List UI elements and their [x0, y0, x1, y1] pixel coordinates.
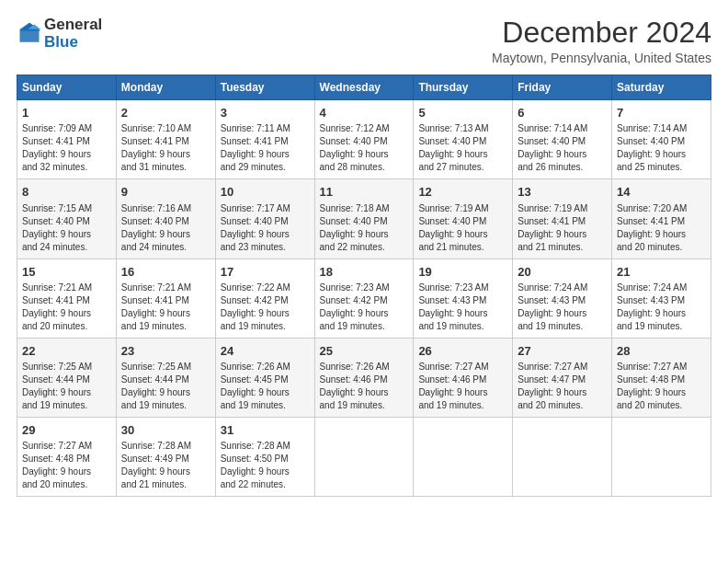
day-info: Sunset: 4:40 PM	[22, 216, 90, 226]
calendar-cell: 18Sunrise: 7:23 AM Sunset: 4:42 PM Dayli…	[314, 259, 414, 338]
day-info: Sunset: 4:44 PM	[22, 374, 90, 385]
day-info: Sunrise: 7:18 AM	[320, 203, 390, 213]
calendar-week-0: 1Sunrise: 7:09 AM Sunset: 4:41 PM Daylig…	[17, 100, 711, 179]
subtitle: Maytown, Pennsylvania, United States	[492, 51, 711, 65]
day-info: Sunrise: 7:19 AM	[518, 203, 587, 213]
day-info: and 19 minutes.	[320, 400, 385, 410]
day-number: 29	[22, 422, 111, 439]
day-info: Sunset: 4:43 PM	[518, 295, 586, 305]
day-info: Sunrise: 7:27 AM	[22, 441, 92, 451]
day-info: Sunrise: 7:17 AM	[221, 203, 290, 213]
day-info: and 22 minutes.	[320, 242, 385, 252]
calendar-cell	[314, 417, 414, 496]
day-number: 28	[617, 343, 706, 360]
day-number: 2	[121, 105, 210, 121]
day-info: Sunrise: 7:20 AM	[617, 203, 687, 213]
day-info: and 26 minutes.	[518, 162, 583, 172]
day-info: Sunset: 4:48 PM	[617, 374, 685, 385]
title-block: December 2024 Maytown, Pennsylvania, Uni…	[492, 17, 711, 65]
day-info: and 19 minutes.	[121, 400, 187, 410]
day-info: Daylight: 9 hours	[221, 466, 290, 477]
day-info: Sunset: 4:41 PM	[617, 216, 685, 226]
calendar-week-2: 15Sunrise: 7:21 AM Sunset: 4:41 PM Dayli…	[17, 259, 711, 338]
day-info: Sunrise: 7:24 AM	[617, 282, 687, 293]
day-info: Sunrise: 7:13 AM	[418, 123, 488, 133]
day-info: Sunrise: 7:10 AM	[121, 123, 191, 133]
page: General Blue December 2024 Maytown, Penn…	[0, 0, 728, 563]
day-info: Sunrise: 7:21 AM	[22, 282, 92, 293]
calendar-body: 1Sunrise: 7:09 AM Sunset: 4:41 PM Daylig…	[17, 100, 711, 497]
day-info: Sunrise: 7:21 AM	[121, 282, 191, 293]
calendar-cell: 6Sunrise: 7:14 AM Sunset: 4:40 PM Daylig…	[513, 100, 612, 179]
day-info: and 21 minutes.	[121, 479, 187, 489]
day-info: Sunset: 4:45 PM	[221, 374, 289, 385]
day-number: 10	[221, 184, 310, 201]
day-info: Daylight: 9 hours	[121, 229, 190, 239]
day-info: Sunrise: 7:09 AM	[22, 123, 92, 133]
day-info: and 32 minutes.	[22, 162, 87, 172]
logo-text: General Blue	[44, 17, 102, 51]
day-number: 7	[617, 105, 706, 121]
day-number: 8	[22, 184, 111, 201]
weekday-header-sunday: Sunday	[17, 75, 117, 100]
calendar-cell: 16Sunrise: 7:21 AM Sunset: 4:41 PM Dayli…	[116, 259, 215, 338]
day-number: 24	[221, 343, 310, 360]
day-info: Sunrise: 7:15 AM	[22, 203, 92, 213]
day-info: Daylight: 9 hours	[518, 149, 586, 159]
calendar-cell: 28Sunrise: 7:27 AM Sunset: 4:48 PM Dayli…	[612, 338, 711, 417]
calendar-cell: 12Sunrise: 7:19 AM Sunset: 4:40 PM Dayli…	[414, 179, 513, 259]
day-info: and 19 minutes.	[22, 400, 87, 410]
day-info: Sunset: 4:47 PM	[518, 374, 586, 385]
calendar-cell	[612, 417, 711, 496]
calendar-cell: 25Sunrise: 7:26 AM Sunset: 4:46 PM Dayli…	[314, 338, 414, 417]
day-info: Daylight: 9 hours	[320, 149, 389, 159]
day-number: 15	[22, 264, 111, 281]
calendar-cell: 24Sunrise: 7:26 AM Sunset: 4:45 PM Dayli…	[215, 338, 314, 417]
day-number: 19	[418, 264, 507, 281]
day-number: 21	[617, 264, 706, 281]
day-info: Daylight: 9 hours	[617, 387, 686, 397]
day-number: 18	[320, 264, 409, 281]
calendar-table: SundayMondayTuesdayWednesdayThursdayFrid…	[17, 75, 711, 497]
day-info: Daylight: 9 hours	[121, 308, 190, 318]
day-info: and 27 minutes.	[418, 162, 483, 172]
day-number: 5	[418, 105, 507, 121]
day-info: Daylight: 9 hours	[518, 308, 586, 318]
day-info: and 20 minutes.	[617, 400, 682, 410]
day-number: 14	[617, 184, 706, 201]
day-info: and 19 minutes.	[418, 321, 483, 331]
weekday-header-thursday: Thursday	[414, 75, 513, 100]
day-info: Sunrise: 7:23 AM	[320, 282, 390, 293]
logo-general-text: General	[44, 16, 102, 33]
day-info: Sunset: 4:40 PM	[320, 136, 388, 146]
day-info: Sunrise: 7:28 AM	[221, 441, 290, 451]
day-info: Sunset: 4:41 PM	[121, 295, 189, 305]
logo: General Blue	[17, 17, 102, 51]
calendar-cell: 14Sunrise: 7:20 AM Sunset: 4:41 PM Dayli…	[612, 179, 711, 259]
day-info: Daylight: 9 hours	[121, 466, 190, 477]
calendar-cell: 4Sunrise: 7:12 AM Sunset: 4:40 PM Daylig…	[314, 100, 414, 179]
day-info: and 19 minutes.	[121, 321, 187, 331]
day-info: Daylight: 9 hours	[22, 387, 91, 397]
day-info: Sunset: 4:41 PM	[22, 295, 90, 305]
day-number: 1	[22, 105, 111, 121]
calendar-cell: 1Sunrise: 7:09 AM Sunset: 4:41 PM Daylig…	[17, 100, 117, 179]
day-number: 13	[518, 184, 607, 201]
day-number: 4	[320, 105, 409, 121]
logo-blue-text: Blue	[44, 33, 78, 51]
day-info: and 19 minutes.	[221, 400, 286, 410]
calendar-cell: 29Sunrise: 7:27 AM Sunset: 4:48 PM Dayli…	[17, 417, 117, 496]
day-info: Sunset: 4:41 PM	[121, 136, 189, 146]
calendar-cell: 17Sunrise: 7:22 AM Sunset: 4:42 PM Dayli…	[215, 259, 314, 338]
calendar-cell: 22Sunrise: 7:25 AM Sunset: 4:44 PM Dayli…	[17, 338, 117, 417]
day-number: 25	[320, 343, 409, 360]
calendar-week-3: 22Sunrise: 7:25 AM Sunset: 4:44 PM Dayli…	[17, 338, 711, 417]
calendar-week-1: 8Sunrise: 7:15 AM Sunset: 4:40 PM Daylig…	[17, 179, 711, 259]
day-info: and 20 minutes.	[22, 479, 87, 489]
day-info: Sunset: 4:40 PM	[418, 136, 486, 146]
day-info: and 19 minutes.	[617, 321, 682, 331]
logo-icon	[17, 21, 42, 47]
calendar-cell: 9Sunrise: 7:16 AM Sunset: 4:40 PM Daylig…	[116, 179, 215, 259]
day-info: Daylight: 9 hours	[320, 387, 389, 397]
calendar-cell: 10Sunrise: 7:17 AM Sunset: 4:40 PM Dayli…	[215, 179, 314, 259]
